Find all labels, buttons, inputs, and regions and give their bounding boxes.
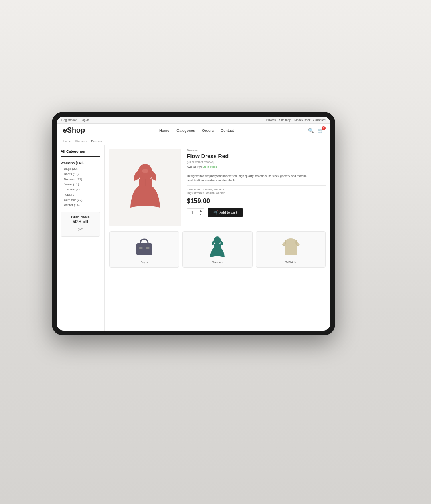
product-divider-1 <box>187 171 326 171</box>
header: eShop Home Categories Orders Contact 🔍 🛒… <box>57 124 330 137</box>
nav-home[interactable]: Home <box>159 128 169 133</box>
main-nav: Home Categories Orders Contact <box>159 128 234 133</box>
breadcrumb-sep-1: › <box>73 139 74 143</box>
top-bar: Registration Log-in Privacy Site map Mon… <box>57 117 330 124</box>
dress-illustration <box>123 156 167 220</box>
category-grid: Bags Dress <box>109 231 326 268</box>
dresses-image <box>206 235 229 259</box>
product-info: Dresses Flow Dress Red (23 customer revi… <box>187 149 326 226</box>
category-card-bags[interactable]: Bags <box>109 231 179 268</box>
bag-illustration <box>133 236 155 258</box>
sidebar-category-womens[interactable]: Womens (140) <box>61 160 100 166</box>
top-bar-right: Privacy Site map Money Back Guarantee <box>266 118 326 122</box>
product-availability: Availability: 35 in stock <box>187 165 326 169</box>
breadcrumb: Home › Womens › Dresses <box>57 137 330 145</box>
tshirts-label: T-Shirts <box>259 260 322 264</box>
svg-rect-5 <box>139 247 143 249</box>
product-description: Designed for simplicity and made from hi… <box>187 174 326 183</box>
svg-rect-6 <box>146 247 150 249</box>
sidebar-item-winter[interactable]: Winter (14) <box>61 202 100 208</box>
nav-orders[interactable]: Orders <box>202 128 214 133</box>
registration-link[interactable]: Registration <box>61 118 77 122</box>
sidebar-item-tshirts[interactable]: T-Shirts (14) <box>61 187 100 192</box>
product-categories-meta: Categories: Dresses, Womens <box>187 188 326 191</box>
sidebar-item-dresses[interactable]: Dresses (21) <box>61 177 100 182</box>
add-to-cart-label: Add to cart <box>220 210 237 214</box>
sitemap-link[interactable]: Site map <box>279 118 291 122</box>
nav-categories[interactable]: Categories <box>176 128 195 133</box>
tablet-device: Registration Log-in Privacy Site map Mon… <box>52 112 335 335</box>
svg-point-2 <box>142 169 148 173</box>
breadcrumb-womens[interactable]: Womens <box>75 139 87 143</box>
search-button[interactable]: 🔍 <box>308 128 314 133</box>
product-image <box>109 149 181 226</box>
svg-point-7 <box>214 236 221 244</box>
quantity-arrows: ▲ ▼ <box>198 209 204 216</box>
product-divider-2 <box>187 185 326 186</box>
product-category-label: Dresses <box>187 149 326 152</box>
svg-rect-4 <box>136 243 152 255</box>
header-icons: 🔍 🛒 1 <box>308 128 324 133</box>
scissors-icon: ✂ <box>64 226 97 233</box>
tshirts-image <box>279 235 302 259</box>
product-title: Flow Dress Red <box>187 153 326 159</box>
breadcrumb-home[interactable]: Home <box>63 139 71 143</box>
availability-label: Availability: <box>187 165 202 169</box>
product-tags-meta: Tags: dresses, fashion, women <box>187 192 326 194</box>
add-to-cart-button[interactable]: 🛒 Add to cart <box>208 208 243 217</box>
quantity-control: 1 ▲ ▼ <box>187 208 204 216</box>
deals-banner[interactable]: Grab deals 50% off ✂ <box>61 212 100 237</box>
deals-discount: 50% off <box>64 219 97 224</box>
availability-value: 35 in stock <box>202 165 217 169</box>
sidebar: All Categories Womens (140) Bags (23) Bo… <box>57 145 105 331</box>
nav-contact[interactable]: Contact <box>221 128 234 133</box>
cart-button[interactable]: 🛒 1 <box>318 128 324 133</box>
product-detail: Dresses Flow Dress Red (23 customer revi… <box>109 149 326 226</box>
category-card-dresses[interactable]: Dresses <box>182 231 252 268</box>
guarantee-link[interactable]: Money Back Guarantee <box>294 118 326 122</box>
product-price: $159.00 <box>187 198 326 205</box>
category-card-tshirts[interactable]: T-Shirts <box>256 231 326 268</box>
quantity-value: 1 <box>187 209 198 216</box>
tablet-screen: Registration Log-in Privacy Site map Mon… <box>57 117 330 331</box>
quantity-down-arrow[interactable]: ▼ <box>198 212 204 216</box>
svg-rect-8 <box>214 244 221 248</box>
sidebar-item-boots[interactable]: Boots (19) <box>61 171 100 177</box>
sidebar-item-jeans[interactable]: Jeans (11) <box>61 182 100 187</box>
bags-image <box>132 235 156 259</box>
cart-icon: 🛒 <box>213 210 218 215</box>
product-area: Dresses Flow Dress Red (23 customer revi… <box>105 145 330 331</box>
logo[interactable]: eShop <box>63 126 85 135</box>
deals-title: Grab deals <box>64 215 97 219</box>
sidebar-title: All Categories <box>61 149 100 157</box>
quantity-up-arrow[interactable]: ▲ <box>198 209 204 212</box>
dresses-label: Dresses <box>186 260 249 264</box>
sidebar-item-tops[interactable]: Tops (6) <box>61 192 100 197</box>
top-bar-left: Registration Log-in <box>61 118 89 122</box>
sidebar-item-bags[interactable]: Bags (23) <box>61 166 100 171</box>
bags-label: Bags <box>113 260 176 264</box>
main-content: All Categories Womens (140) Bags (23) Bo… <box>57 145 330 331</box>
dress-teal-illustration <box>208 235 226 259</box>
privacy-link[interactable]: Privacy <box>266 118 276 122</box>
breadcrumb-sep-2: › <box>89 139 90 143</box>
breadcrumb-current: Dresses <box>91 139 102 143</box>
cart-badge: 1 <box>322 126 326 130</box>
product-reviews: (23 customer reviews) <box>187 161 326 163</box>
login-link[interactable]: Log-in <box>81 118 89 122</box>
add-to-cart-row: 1 ▲ ▼ 🛒 Add to cart <box>187 208 326 217</box>
sidebar-item-summer[interactable]: Summer (32) <box>61 197 100 202</box>
tshirt-illustration <box>280 236 302 258</box>
